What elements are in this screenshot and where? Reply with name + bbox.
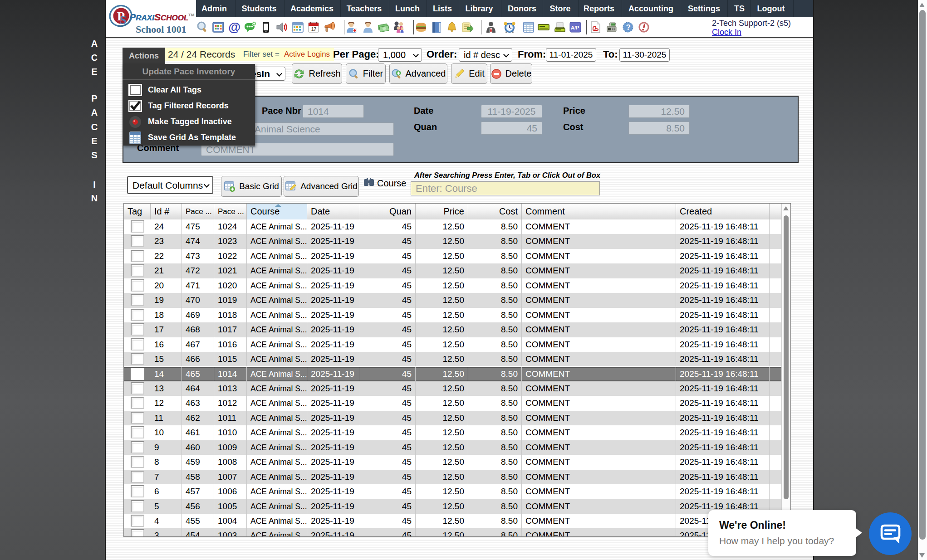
svg-text:?: ? xyxy=(626,23,631,32)
svg-text:17: 17 xyxy=(311,27,317,32)
svg-text:S: S xyxy=(120,13,127,27)
svg-text:@: @ xyxy=(228,21,240,34)
svg-text:A/P: A/P xyxy=(571,25,579,30)
